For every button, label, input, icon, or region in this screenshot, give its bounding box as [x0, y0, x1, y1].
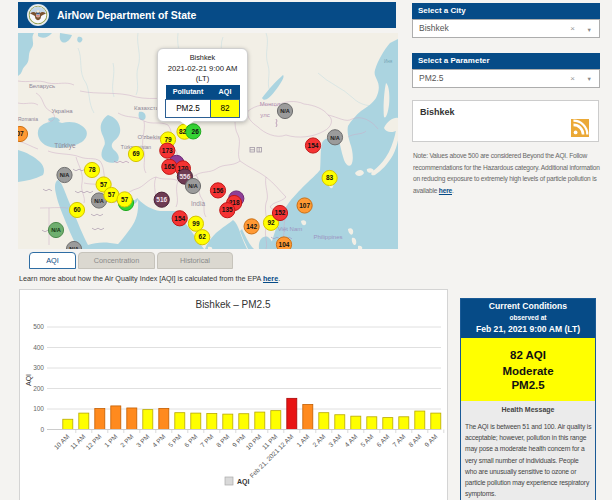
- svg-text:11 AM: 11 AM: [69, 433, 87, 451]
- svg-text:400: 400: [33, 344, 44, 351]
- svg-text:135: 135: [222, 206, 233, 213]
- svg-text:India: India: [191, 200, 205, 207]
- svg-text:1 PM: 1 PM: [103, 433, 119, 449]
- svg-text:78: 78: [88, 166, 96, 173]
- svg-text:10 AM: 10 AM: [53, 433, 71, 451]
- svg-text:N/A: N/A: [280, 108, 290, 114]
- svg-text:516: 516: [156, 196, 167, 203]
- svg-text:7 AM: 7 AM: [391, 433, 406, 448]
- svg-text:12 PM: 12 PM: [84, 433, 102, 451]
- svg-text:N/A: N/A: [188, 183, 198, 189]
- svg-text:2 AM: 2 AM: [311, 433, 326, 448]
- svg-text:N/A: N/A: [330, 135, 340, 141]
- svg-text:8 AM: 8 AM: [407, 433, 422, 448]
- svg-text:6 AM: 6 AM: [375, 433, 390, 448]
- svg-text:57: 57: [121, 196, 129, 203]
- svg-text:Україна: Україна: [51, 108, 73, 114]
- svg-text:100: 100: [33, 405, 44, 412]
- svg-text:4 PM: 4 PM: [151, 433, 167, 449]
- svg-text:99: 99: [192, 220, 200, 227]
- svg-text:1 AM: 1 AM: [295, 433, 310, 448]
- svg-text:5 AM: 5 AM: [359, 433, 374, 448]
- svg-text:152: 152: [275, 209, 286, 216]
- svg-text:Беларусь: Беларусь: [29, 83, 55, 89]
- svg-text:3 AM: 3 AM: [327, 433, 342, 448]
- svg-text:26: 26: [192, 128, 200, 135]
- svg-text:500: 500: [33, 323, 44, 330]
- svg-text:79: 79: [164, 136, 172, 143]
- svg-text:Romania: Romania: [18, 116, 38, 122]
- svg-text:0: 0: [40, 426, 44, 433]
- svg-text:107: 107: [299, 202, 310, 209]
- svg-text:4 AM: 4 AM: [343, 433, 358, 448]
- svg-text:83: 83: [326, 174, 334, 181]
- svg-text:2 PM: 2 PM: [119, 433, 135, 449]
- svg-text:69: 69: [132, 150, 140, 157]
- svg-text:10 PM: 10 PM: [244, 433, 262, 451]
- svg-text:62: 62: [199, 233, 207, 240]
- svg-text:165: 165: [164, 163, 175, 170]
- svg-text:5 PM: 5 PM: [167, 433, 183, 449]
- svg-text:N/A: N/A: [60, 172, 70, 178]
- svg-text:7 PM: 7 PM: [199, 433, 215, 449]
- svg-text:142: 142: [246, 223, 257, 230]
- svg-text:82: 82: [179, 128, 187, 135]
- svg-text:Việt Nam: Việt Nam: [278, 226, 303, 232]
- svg-text:AQI: AQI: [237, 478, 250, 486]
- svg-text:6 PM: 6 PM: [183, 433, 199, 449]
- svg-text:AQI: AQI: [25, 374, 33, 386]
- svg-text:07: 07: [18, 130, 24, 137]
- svg-text:Türkiye: Türkiye: [54, 142, 76, 150]
- svg-text:57: 57: [100, 181, 108, 188]
- svg-text:Philippines: Philippines: [313, 234, 342, 240]
- svg-text:200: 200: [33, 385, 44, 392]
- svg-text:9 AM: 9 AM: [423, 433, 438, 448]
- svg-text:57: 57: [108, 191, 116, 198]
- svg-text:60: 60: [73, 206, 81, 213]
- svg-text:Монгол: Монгол: [260, 101, 281, 107]
- svg-text:Bishkek – PM2.5: Bishkek – PM2.5: [195, 299, 270, 310]
- svg-text:156: 156: [213, 187, 224, 194]
- svg-text:556: 556: [179, 173, 190, 180]
- svg-text:154: 154: [308, 142, 319, 149]
- svg-text:N/A: N/A: [51, 227, 61, 233]
- svg-text:8 PM: 8 PM: [215, 433, 231, 449]
- svg-text:3 PM: 3 PM: [135, 433, 151, 449]
- svg-text:улс: улс: [260, 112, 269, 118]
- svg-text:N/A: N/A: [69, 246, 79, 249]
- svg-text:104: 104: [279, 241, 290, 248]
- svg-text:N/A: N/A: [94, 198, 104, 204]
- svg-text:Иня: Иня: [384, 59, 393, 64]
- svg-text:173: 173: [162, 147, 173, 154]
- svg-text:92: 92: [267, 219, 275, 226]
- svg-text:300: 300: [33, 364, 44, 371]
- svg-text:154: 154: [174, 215, 185, 222]
